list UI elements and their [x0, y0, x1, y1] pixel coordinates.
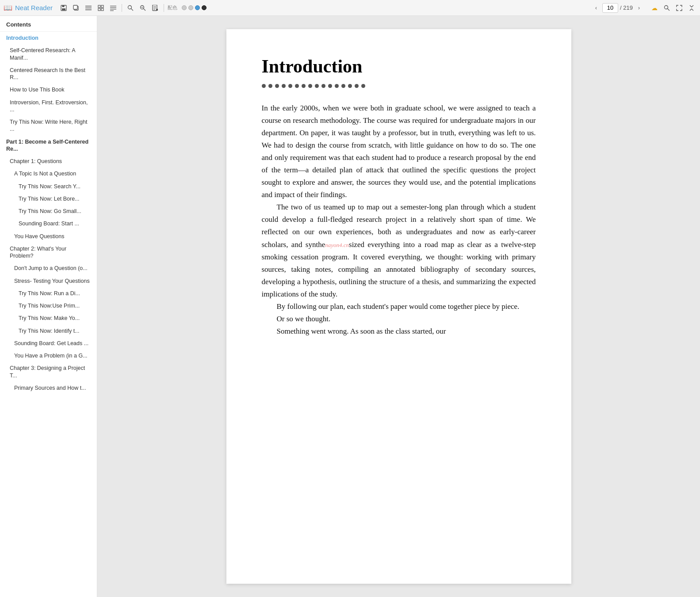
sidebar-item-9[interactable]: Try This Now: Search Y... [0, 180, 97, 193]
sidebar-item-15[interactable]: Don't Jump to a Question (o... [0, 262, 97, 274]
divider-1 [122, 4, 122, 12]
svg-marker-25 [156, 9, 158, 11]
svg-rect-15 [110, 10, 114, 11]
svg-rect-1 [62, 5, 65, 7]
svg-rect-5 [85, 6, 92, 7]
sidebar-item-11[interactable]: Try This Now: Go Small... [0, 205, 97, 217]
sidebar-item-5[interactable]: Try This Now: Write Here, Right ... [0, 116, 97, 136]
sidebar-item-0[interactable]: Introduction [0, 32, 97, 44]
search-button[interactable] [126, 3, 135, 13]
theme-dot-2[interactable] [188, 5, 193, 10]
svg-rect-11 [101, 8, 103, 11]
content-dot-2 [275, 84, 279, 88]
toolbar: 📖 Neat Reader 配色 ‹ / 219 › ☁ [0, 0, 700, 16]
app-brand: 📖 Neat Reader [4, 4, 53, 12]
main-area: Contents IntroductionSelf-Centered Resea… [0, 16, 700, 597]
page-content: Introduction In the early 2000s, when we… [226, 29, 571, 584]
page-total: / 219 [620, 4, 633, 11]
grid-button[interactable] [96, 3, 106, 13]
sidebar-item-19[interactable]: Try This Now: Make Yo... [0, 312, 97, 324]
sidebar-item-23[interactable]: Chapter 3: Designing a Project T... [0, 362, 97, 382]
app-title: Neat Reader [15, 4, 53, 11]
duplicate-button[interactable] [71, 3, 81, 13]
svg-rect-9 [101, 5, 103, 8]
list-button[interactable] [108, 3, 118, 13]
svg-line-27 [668, 8, 670, 11]
reading-area[interactable]: Introduction In the early 2000s, when we… [97, 16, 700, 597]
page-title: Introduction [262, 56, 536, 77]
page-body: In the early 2000s, when we were both in… [262, 102, 536, 338]
page-navigation: ‹ / 219 › [592, 3, 643, 13]
next-page-button[interactable]: › [635, 4, 643, 12]
paragraph-1: The two of us teamed up to map out a sem… [262, 201, 536, 300]
content-dot-0 [262, 84, 266, 88]
content-dot-10 [328, 84, 332, 88]
page-dots [262, 84, 536, 88]
svg-rect-4 [73, 5, 77, 9]
sidebar-item-6[interactable]: Part 1: Become a Self-Centered Re... [0, 136, 97, 156]
content-dot-7 [308, 84, 312, 88]
sidebar-item-4[interactable]: Introversion, First. Extroversion, ... [0, 96, 97, 116]
svg-rect-10 [98, 8, 100, 11]
svg-rect-8 [98, 5, 100, 8]
content-dot-1 [268, 84, 272, 88]
sidebar-item-14[interactable]: Chapter 2: What's Your Problem? [0, 243, 97, 262]
paragraph-2: By following our plan, each student's pa… [262, 300, 536, 313]
fullscreen-button[interactable] [674, 3, 684, 13]
sidebar-item-3[interactable]: How to Use This Book [0, 84, 97, 96]
sidebar-item-16[interactable]: Stress- Testing Your Questions [0, 275, 97, 287]
sidebar-item-7[interactable]: Chapter 1: Questions [0, 155, 97, 167]
content-dot-15 [361, 84, 365, 88]
content-dot-9 [321, 84, 325, 88]
sidebar-item-1[interactable]: Self-Centered Research: A Manif... [0, 44, 97, 64]
svg-rect-14 [110, 9, 116, 9]
sidebar-item-17[interactable]: Try This Now: Run a Di... [0, 287, 97, 300]
content-dot-13 [348, 84, 352, 88]
collapse-button[interactable] [687, 3, 696, 13]
svg-point-26 [665, 5, 668, 9]
prev-page-button[interactable]: ‹ [592, 4, 601, 12]
sidebar-item-13[interactable]: You Have Questions [0, 230, 97, 243]
theme-dot-1[interactable] [182, 5, 187, 10]
search-right-button[interactable] [662, 3, 672, 13]
sidebar-header: Contents [0, 16, 97, 32]
svg-point-16 [128, 5, 132, 9]
brand-icon: 📖 [4, 4, 12, 12]
svg-line-19 [144, 8, 146, 11]
sidebar-item-8[interactable]: A Topic Is Not a Question [0, 167, 97, 180]
sidebar-item-18[interactable]: Try This Now:Use Prim... [0, 300, 97, 312]
sidebar-item-21[interactable]: Sounding Board: Get Leads ... [0, 337, 97, 350]
sidebar-item-22[interactable]: You Have a Problem (in a G... [0, 350, 97, 362]
sidebar-item-20[interactable]: Try This Now: Identify t... [0, 325, 97, 337]
svg-rect-12 [110, 6, 116, 6]
svg-line-17 [131, 8, 134, 11]
theme-dot-3[interactable] [195, 5, 200, 10]
color-button[interactable]: 配色 [168, 3, 177, 13]
content-dot-14 [355, 84, 359, 88]
content-dot-11 [335, 84, 339, 88]
sidebar-item-24[interactable]: Primary Sources and How t... [0, 382, 97, 394]
sidebar-item-12[interactable]: Sounding Board: Start ... [0, 217, 97, 230]
page-number-input[interactable] [602, 3, 618, 13]
svg-rect-7 [85, 9, 92, 10]
sidebar-item-10[interactable]: Try This Now: Let Bore... [0, 193, 97, 205]
theme-dot-4[interactable] [202, 5, 207, 10]
content-dot-3 [282, 84, 286, 88]
menu-button[interactable] [84, 3, 93, 13]
paragraph-0: In the early 2000s, when we were both in… [262, 102, 536, 201]
content-dot-12 [341, 84, 345, 88]
content-dot-6 [302, 84, 306, 88]
page-icon-button[interactable] [150, 3, 160, 13]
sidebar: Contents IntroductionSelf-Centered Resea… [0, 16, 97, 597]
svg-rect-13 [110, 7, 116, 8]
sidebar-list: IntroductionSelf-Centered Research: A Ma… [0, 32, 97, 597]
watermark: nayon4.cn [325, 242, 349, 248]
cloud-sync-icon[interactable]: ☁ [650, 3, 659, 13]
save-button[interactable] [59, 3, 69, 13]
paragraph-4: Something went wrong. As soon as the cla… [262, 325, 536, 338]
content-dot-8 [315, 84, 319, 88]
svg-rect-6 [85, 8, 92, 8]
text-search-button[interactable] [138, 3, 148, 13]
sidebar-item-2[interactable]: Centered Research Is the Best R... [0, 64, 97, 84]
content-dot-4 [288, 84, 292, 88]
